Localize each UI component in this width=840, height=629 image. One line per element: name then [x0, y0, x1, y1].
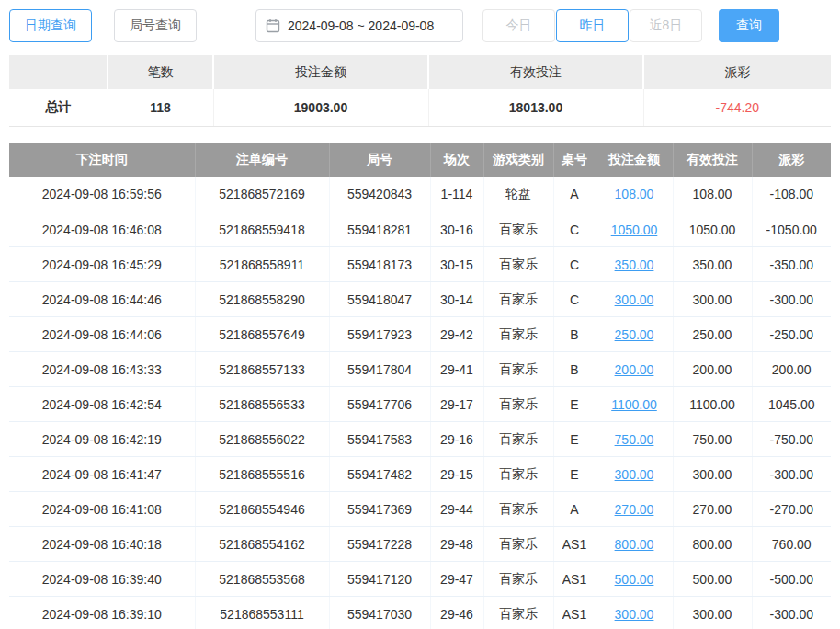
bet-amount-cell: 1050.00: [596, 212, 673, 247]
session: 1-114: [430, 177, 483, 212]
bet-amount-cell: 250.00: [596, 317, 673, 352]
header-bet-time: 下注时间: [9, 143, 195, 177]
bet-time: 2024-09-08 16:46:08: [9, 212, 195, 247]
bet-time: 2024-09-08 16:42:19: [9, 422, 195, 457]
round-id: 559417228: [329, 527, 430, 562]
bet-id: 521868555516: [195, 457, 329, 492]
table-code: E: [553, 422, 596, 457]
game-type: 百家乐: [483, 492, 553, 527]
last8days-button[interactable]: 近8日: [630, 9, 702, 42]
game-type: 百家乐: [483, 317, 553, 352]
summary-header-count: 笔数: [108, 55, 213, 89]
summary-header-payout: 派彩: [643, 55, 831, 89]
table-code: E: [553, 457, 596, 492]
payout: -500.00: [752, 562, 831, 597]
header-game-type: 游戏类别: [483, 143, 553, 177]
table-code: A: [553, 492, 596, 527]
calendar-icon: [266, 18, 280, 33]
valid-bet: 108.00: [673, 177, 752, 212]
valid-bet: 800.00: [673, 527, 752, 562]
yesterday-button[interactable]: 昨日: [556, 9, 629, 42]
bet-id: 521868559418: [195, 212, 329, 247]
bet-amount-link[interactable]: 500.00: [615, 572, 654, 587]
payout: 760.00: [752, 527, 831, 562]
table-code: E: [553, 387, 596, 422]
bet-id: 521868558290: [195, 282, 329, 317]
summary-bet-amount: 19003.00: [213, 89, 428, 126]
date-query-button[interactable]: 日期查询: [9, 9, 92, 42]
bet-amount-link[interactable]: 800.00: [615, 537, 654, 552]
table-row: 2024-09-08 16:59:56 521868572169 5594208…: [9, 177, 831, 212]
table-row: 2024-09-08 16:41:08 521868554946 5594173…: [9, 492, 831, 527]
summary-header-empty: [9, 55, 108, 89]
game-type: 百家乐: [483, 282, 553, 317]
bet-id: 521868554162: [195, 527, 329, 562]
bet-amount-link[interactable]: 350.00: [615, 257, 654, 272]
table-row: 2024-09-08 16:46:08 521868559418 5594182…: [9, 212, 831, 247]
table-code: C: [553, 282, 596, 317]
today-button[interactable]: 今日: [482, 9, 555, 42]
bet-amount-cell: 300.00: [596, 457, 673, 492]
game-type: 百家乐: [483, 422, 553, 457]
summary-valid-bet: 18013.00: [428, 89, 643, 126]
toolbar: 日期查询 局号查询 2024-09-08 ~ 2024-09-08 今日 昨日 …: [9, 9, 831, 42]
bet-amount-link[interactable]: 200.00: [615, 362, 654, 377]
table-row: 2024-09-08 16:42:19 521868556022 5594175…: [9, 422, 831, 457]
round-id: 559417120: [329, 562, 430, 597]
bet-time: 2024-09-08 16:44:46: [9, 282, 195, 317]
bet-amount-link[interactable]: 750.00: [615, 432, 654, 447]
bet-id: 521868557133: [195, 352, 329, 387]
bet-table-header-row: 下注时间 注单编号 局号 场次 游戏类别 桌号 投注金额 有效投注 派彩: [9, 143, 831, 177]
bet-id: 521868556533: [195, 387, 329, 422]
session: 29-47: [430, 562, 483, 597]
payout: -300.00: [752, 597, 831, 629]
bet-id: 521868557649: [195, 317, 329, 352]
date-range-value: 2024-09-08 ~ 2024-09-08: [288, 18, 434, 33]
bet-amount-link[interactable]: 1100.00: [611, 397, 657, 412]
bet-time: 2024-09-08 16:41:08: [9, 492, 195, 527]
valid-bet: 1100.00: [673, 387, 752, 422]
quick-date-group: 今日 昨日 近8日: [482, 9, 702, 42]
session: 29-46: [430, 597, 483, 629]
header-table-code: 桌号: [553, 143, 596, 177]
bet-amount-link[interactable]: 108.00: [615, 187, 654, 201]
table-row: 2024-09-08 16:42:54 521868556533 5594177…: [9, 387, 831, 422]
bet-amount-link[interactable]: 250.00: [615, 327, 654, 342]
bet-time: 2024-09-08 16:40:18: [9, 527, 195, 562]
bet-table: 下注时间 注单编号 局号 场次 游戏类别 桌号 投注金额 有效投注 派彩 202…: [9, 143, 831, 629]
session: 29-15: [430, 457, 483, 492]
game-type: 百家乐: [483, 247, 553, 282]
valid-bet: 350.00: [673, 247, 752, 282]
valid-bet: 300.00: [673, 457, 752, 492]
round-id: 559420843: [329, 177, 430, 212]
round-query-button[interactable]: 局号查询: [114, 9, 197, 42]
session: 29-16: [430, 422, 483, 457]
bet-time: 2024-09-08 16:45:29: [9, 247, 195, 282]
game-type: 百家乐: [483, 352, 553, 387]
game-type: 百家乐: [483, 457, 553, 492]
bet-amount-link[interactable]: 270.00: [615, 502, 654, 517]
bet-amount-cell: 300.00: [596, 282, 673, 317]
valid-bet: 250.00: [673, 317, 752, 352]
bet-amount-link[interactable]: 300.00: [615, 467, 654, 482]
round-id: 559417583: [329, 422, 430, 457]
table-row: 2024-09-08 16:44:06 521868557649 5594179…: [9, 317, 831, 352]
table-row: 2024-09-08 16:41:47 521868555516 5594174…: [9, 457, 831, 492]
bet-amount-cell: 350.00: [596, 247, 673, 282]
bet-amount-link[interactable]: 300.00: [615, 607, 654, 622]
valid-bet: 300.00: [673, 282, 752, 317]
search-button[interactable]: 查询: [719, 9, 779, 42]
bet-amount-cell: 800.00: [596, 527, 673, 562]
table-code: B: [553, 352, 596, 387]
summary-header-row: 笔数 投注金额 有效投注 派彩: [9, 55, 831, 89]
bet-amount-link[interactable]: 300.00: [615, 292, 654, 307]
round-id: 559418281: [329, 212, 430, 247]
bet-amount-link[interactable]: 1050.00: [611, 223, 658, 237]
round-id: 559417706: [329, 387, 430, 422]
date-range-input[interactable]: 2024-09-08 ~ 2024-09-08: [255, 9, 463, 42]
summary-total-label: 总计: [9, 89, 108, 126]
bet-amount-cell: 1100.00: [596, 387, 673, 422]
table-code: AS1: [553, 562, 596, 597]
summary-count: 118: [108, 89, 213, 126]
bet-time: 2024-09-08 16:43:33: [9, 352, 195, 387]
